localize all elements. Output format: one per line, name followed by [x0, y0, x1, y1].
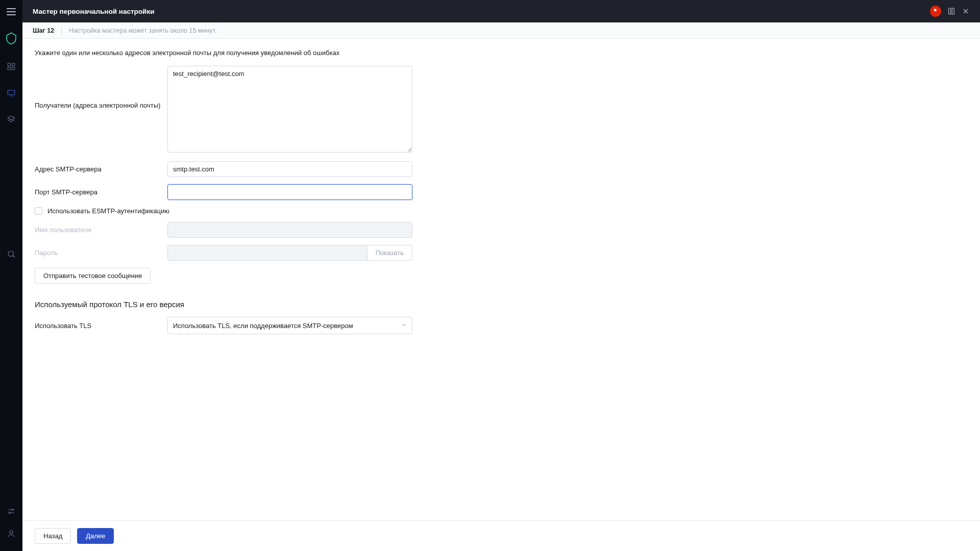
nav-settings-icon[interactable] [6, 506, 16, 516]
next-button[interactable]: Далее [77, 528, 114, 544]
send-test-button[interactable]: Отправить тестовое сообщение [35, 268, 151, 284]
password-input [167, 245, 367, 261]
nav-dashboard-icon[interactable] [6, 61, 16, 71]
username-input [167, 222, 412, 238]
app-sidebar [0, 0, 22, 551]
smtp-address-label: Адрес SMTP-сервера [35, 165, 167, 173]
nav-devices-icon[interactable] [6, 88, 16, 98]
help-icon[interactable] [947, 7, 955, 15]
tls-section-title: Используемый протокол TLS и его версия [35, 300, 968, 309]
nav-user-icon[interactable] [6, 529, 16, 539]
svg-rect-0 [8, 63, 10, 66]
svg-point-5 [8, 251, 14, 257]
step-number: Шаг 12 [33, 27, 54, 34]
back-button[interactable]: Назад [35, 528, 71, 544]
step-hint: Настройка мастера может занять около 15 … [69, 27, 216, 34]
smtp-address-input[interactable] [167, 161, 412, 177]
svg-point-8 [10, 531, 13, 534]
username-label: Имя пользователя [35, 226, 167, 234]
svg-rect-3 [12, 67, 15, 70]
step-divider [61, 27, 62, 35]
svg-rect-1 [12, 63, 15, 66]
recipients-textarea[interactable] [167, 66, 412, 153]
titlebar: Мастер первоначальной настройки [22, 0, 980, 22]
svg-rect-4 [8, 90, 15, 95]
smtp-port-label: Порт SMTP-сервера [35, 188, 167, 196]
flag-badge-icon[interactable] [930, 6, 941, 17]
nav-layers-icon[interactable] [6, 114, 16, 124]
nav-search-icon[interactable] [6, 249, 16, 259]
step-bar: Шаг 12 Настройка мастера может занять ок… [22, 22, 980, 39]
menu-icon[interactable] [7, 8, 16, 15]
wizard-footer: Назад Далее [22, 520, 980, 551]
chevron-down-icon [401, 322, 407, 330]
svg-point-7 [9, 512, 11, 514]
form-description: Укажите один или несколько адресов элект… [35, 49, 968, 57]
smtp-port-input[interactable] [167, 184, 412, 200]
svg-rect-2 [8, 67, 10, 70]
svg-point-6 [12, 509, 14, 511]
close-icon[interactable] [962, 7, 970, 15]
recipients-label: Получатели (адреса электронной почты) [35, 66, 167, 109]
esmtp-checkbox[interactable] [35, 207, 42, 215]
show-password-button: Показать [367, 245, 412, 261]
wizard-title: Мастер первоначальной настройки [33, 8, 154, 15]
use-tls-label: Использовать TLS [35, 322, 167, 330]
tls-select[interactable]: Использовать TLS, если поддерживается SM… [167, 317, 412, 334]
password-label: Пароль [35, 249, 167, 257]
app-logo-icon [5, 32, 18, 45]
esmtp-label: Использовать ESMTP-аутентификацию [47, 207, 169, 215]
tls-select-value: Использовать TLS, если поддерживается SM… [173, 322, 353, 330]
